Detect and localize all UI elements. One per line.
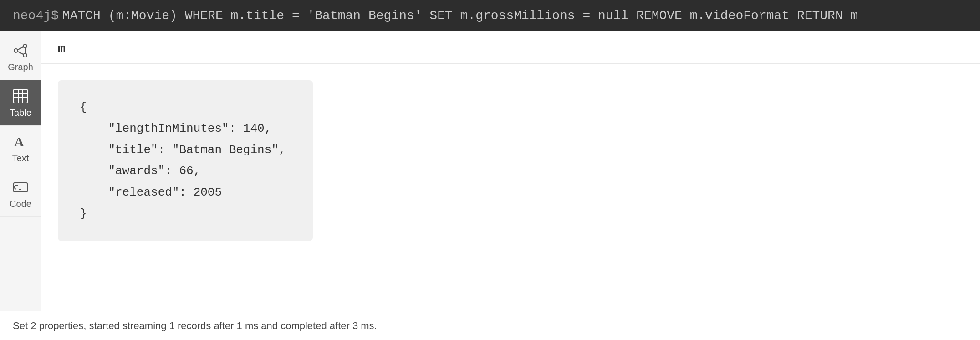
svg-text:A: A: [14, 134, 24, 149]
svg-point-2: [23, 53, 27, 57]
svg-line-4: [18, 52, 23, 54]
svg-rect-12: [14, 183, 27, 192]
svg-point-0: [14, 49, 18, 52]
graph-icon: [12, 42, 29, 59]
json-content: { "lengthInMinutes": 140, "title": "Batm…: [80, 97, 291, 225]
sidebar-item-graph-label: Graph: [8, 62, 33, 72]
table-icon: [12, 88, 29, 105]
command-bar: neo4j$ MATCH (m:Movie) WHERE m.title = '…: [0, 0, 980, 31]
main-layout: Graph Table A Text: [0, 31, 980, 311]
json-card: { "lengthInMinutes": 140, "title": "Batm…: [58, 80, 313, 241]
status-text: Set 2 properties, started streaming 1 re…: [13, 320, 377, 332]
svg-rect-6: [14, 89, 27, 103]
svg-point-1: [23, 44, 27, 48]
command-query: MATCH (m:Movie) WHERE m.title = 'Batman …: [62, 9, 858, 23]
command-prompt: neo4j$: [13, 9, 59, 23]
sidebar-item-graph[interactable]: Graph: [0, 35, 41, 80]
code-icon: [12, 179, 29, 196]
sidebar-item-table-label: Table: [10, 108, 31, 118]
result-label: m: [58, 42, 66, 56]
sidebar-item-text[interactable]: A Text: [0, 126, 41, 171]
result-header: m: [41, 31, 980, 64]
sidebar-item-code[interactable]: Code: [0, 171, 41, 217]
sidebar: Graph Table A Text: [0, 31, 41, 311]
sidebar-item-code-label: Code: [10, 199, 31, 209]
content-area: m { "lengthInMinutes": 140, "title": "Ba…: [41, 31, 980, 311]
sidebar-item-table[interactable]: Table: [0, 80, 41, 126]
sidebar-item-text-label: Text: [12, 153, 29, 164]
result-body: { "lengthInMinutes": 140, "title": "Batm…: [41, 64, 980, 311]
status-bar: Set 2 properties, started streaming 1 re…: [0, 311, 980, 340]
svg-line-3: [18, 47, 23, 50]
text-icon: A: [12, 133, 29, 150]
